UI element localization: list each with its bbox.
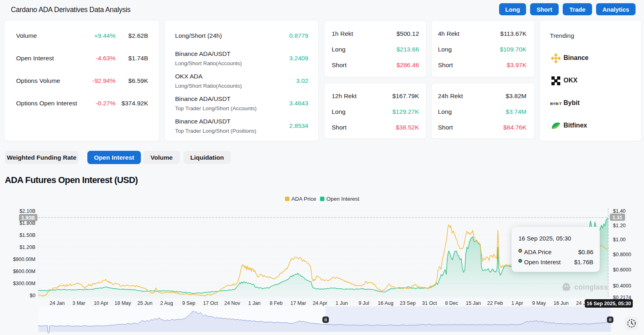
svg-text:17 Oct: 17 Oct xyxy=(203,300,218,306)
svg-text:1 Apr: 1 Apr xyxy=(511,300,523,306)
svg-text:24 Apr: 24 Apr xyxy=(313,300,327,306)
svg-text:1 Jan: 1 Jan xyxy=(248,300,261,306)
svg-text:$1.20: $1.20 xyxy=(613,223,625,228)
svg-text:23 Sep: 23 Sep xyxy=(400,300,416,306)
svg-text:$900.00M: $900.00M xyxy=(13,257,35,262)
svg-text:2 Aug: 2 Aug xyxy=(160,300,173,306)
svg-text:25 Jun: 25 Jun xyxy=(137,300,153,306)
svg-text:9 Jul: 9 Jul xyxy=(359,300,369,306)
svg-text:$1.00: $1.00 xyxy=(613,237,625,243)
svg-text:1 Jun: 1 Jun xyxy=(336,300,348,306)
svg-text:$1.50B: $1.50B xyxy=(19,232,35,238)
svg-text:15 Jan: 15 Jan xyxy=(466,300,481,306)
svg-text:3 Mar: 3 Mar xyxy=(72,300,85,306)
svg-text:$1.40: $1.40 xyxy=(613,208,625,214)
svg-text:9 Sep: 9 Sep xyxy=(182,300,196,306)
svg-text:22 Feb: 22 Feb xyxy=(487,300,503,306)
svg-text:$300.00M: $300.00M xyxy=(13,281,35,286)
svg-text:8 Feb: 8 Feb xyxy=(270,300,283,306)
svg-text:$1.20B: $1.20B xyxy=(19,245,35,250)
svg-text:31 Oct: 31 Oct xyxy=(422,300,437,306)
svg-text:1.31: 1.31 xyxy=(613,215,622,220)
svg-text:17 Mar: 17 Mar xyxy=(291,300,306,306)
svg-text:8 Dec: 8 Dec xyxy=(445,300,458,306)
svg-text:$0.8000: $0.8000 xyxy=(613,252,631,257)
svg-text:16 Jun: 16 Jun xyxy=(553,300,569,306)
svg-text:10 Apr: 10 Apr xyxy=(94,300,108,306)
svg-text:16 Aug: 16 Aug xyxy=(378,300,394,306)
svg-text:18 May: 18 May xyxy=(115,300,132,306)
svg-text:$0.6000: $0.6000 xyxy=(613,267,631,273)
svg-text:24 Nov: 24 Nov xyxy=(224,300,240,306)
svg-text:$2.10B: $2.10B xyxy=(19,208,35,214)
svg-text:$600.00M: $600.00M xyxy=(13,269,35,274)
svg-text:1.93B: 1.93B xyxy=(21,215,35,221)
svg-text:9 May: 9 May xyxy=(532,300,546,306)
svg-text:24 Jan: 24 Jan xyxy=(50,300,65,306)
svg-text:$0: $0 xyxy=(30,293,35,298)
